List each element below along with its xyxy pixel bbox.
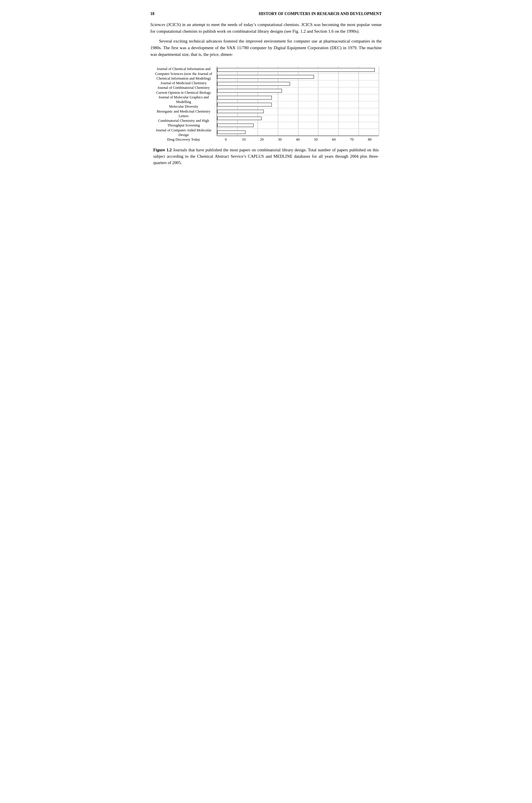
bar-row-5 bbox=[217, 101, 379, 108]
bar-3 bbox=[217, 89, 282, 93]
bar-9 bbox=[217, 130, 245, 134]
chart-label-4: Journal of Molecular Graphics and Modell… bbox=[153, 95, 214, 105]
figure-caption: Figure 1.2 Journals that have published … bbox=[153, 147, 379, 166]
bar-7 bbox=[217, 116, 262, 121]
x-label-20: 20 bbox=[253, 137, 271, 142]
bar-row-1 bbox=[217, 73, 379, 80]
x-label-70: 70 bbox=[343, 137, 361, 142]
bar-row-9 bbox=[217, 129, 379, 136]
italic-text: Sciences bbox=[150, 22, 165, 27]
bar-row-8 bbox=[217, 122, 379, 129]
paragraph-1: Sciences (JCICS) in an attempt to meet t… bbox=[150, 21, 382, 35]
x-axis-labels: 01020304050607080 bbox=[217, 137, 379, 142]
x-label-10: 10 bbox=[235, 137, 253, 142]
bar-row-0 bbox=[217, 67, 379, 73]
bar-8 bbox=[217, 124, 253, 127]
chart-label-5: Molecular Diversity bbox=[153, 104, 214, 109]
chart-label-8: Journal of Computer-Aided Molecular Desi… bbox=[153, 128, 214, 138]
bar-5 bbox=[217, 103, 272, 107]
chart-label-2: Journal of Combinatorial Chemistry bbox=[153, 85, 214, 90]
chart-bars-wrapper bbox=[217, 67, 379, 136]
chart-label-7: Combinatorial Chemistry and High Through… bbox=[153, 118, 214, 128]
grid-line-80 bbox=[379, 67, 379, 136]
x-label-50: 50 bbox=[307, 137, 325, 142]
bar-row-2 bbox=[217, 80, 379, 87]
figure-caption-label: Figure 1.2 bbox=[153, 148, 172, 152]
chart-label-9: Drug Discovery Today bbox=[153, 137, 214, 142]
x-label-80: 80 bbox=[361, 137, 379, 142]
chart-labels: Journal of Chemical Information and Comp… bbox=[153, 67, 217, 142]
bar-row-7 bbox=[217, 115, 379, 122]
chart-body: 01020304050607080 bbox=[217, 67, 379, 142]
bar-row-6 bbox=[217, 108, 379, 115]
chart-label-6: Bioorganic and Medicinal Chemistry Lette… bbox=[153, 109, 214, 118]
x-label-0: 0 bbox=[217, 137, 235, 142]
chart-label-0: Journal of Chemical Information and Comp… bbox=[153, 67, 214, 81]
paragraph-1-text: (JCICS) in an attempt to meet the needs … bbox=[150, 22, 382, 34]
x-label-30: 30 bbox=[271, 137, 289, 142]
figure-caption-text: Journals that have published the most pa… bbox=[153, 148, 379, 165]
page-title: HISTORY OF COMPUTERS IN RESEARCH AND DEV… bbox=[259, 12, 382, 16]
page-number: 18 bbox=[150, 12, 154, 16]
bar-row-3 bbox=[217, 87, 379, 94]
x-label-60: 60 bbox=[325, 137, 343, 142]
paragraph-2: Several exciting technical advances fost… bbox=[150, 38, 382, 58]
bar-6 bbox=[217, 110, 264, 113]
bar-2 bbox=[217, 82, 290, 86]
chart-label-1: Journal of Medicinal Chemistry bbox=[153, 81, 214, 85]
figure-container: Journal of Chemical Information and Comp… bbox=[150, 67, 382, 166]
bar-1 bbox=[217, 75, 314, 79]
page-header: 18 HISTORY OF COMPUTERS IN RESEARCH AND … bbox=[150, 12, 382, 16]
chart-label-3: Current Opinion in Chemical Biology bbox=[153, 90, 214, 95]
bar-0 bbox=[217, 68, 375, 72]
chart-area: Journal of Chemical Information and Comp… bbox=[153, 67, 379, 142]
x-label-40: 40 bbox=[289, 137, 307, 142]
bar-row-4 bbox=[217, 94, 379, 101]
bar-4 bbox=[217, 96, 272, 99]
paragraph-2-text: Several exciting technical advances fost… bbox=[150, 39, 382, 57]
